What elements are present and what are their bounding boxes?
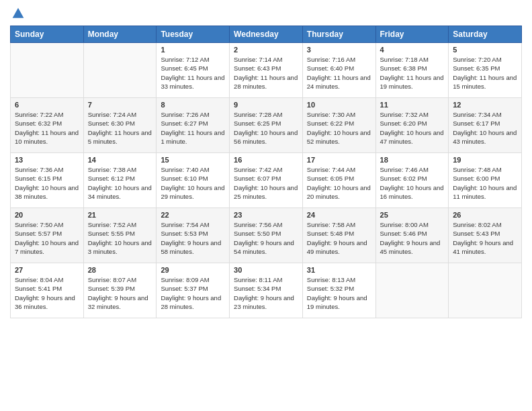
calendar-cell: 28Sunrise: 8:07 AM Sunset: 5:39 PM Dayli… bbox=[83, 263, 157, 318]
calendar-cell: 18Sunrise: 7:46 AM Sunset: 6:02 PM Dayli… bbox=[375, 153, 449, 208]
calendar-cell: 22Sunrise: 7:54 AM Sunset: 5:53 PM Dayli… bbox=[157, 208, 230, 263]
day-info: Sunrise: 7:34 AM Sunset: 6:17 PM Dayligh… bbox=[453, 110, 517, 146]
day-number: 29 bbox=[161, 266, 225, 274]
day-info: Sunrise: 8:00 AM Sunset: 5:46 PM Dayligh… bbox=[380, 220, 445, 256]
calendar-cell: 31Sunrise: 8:13 AM Sunset: 5:32 PM Dayli… bbox=[302, 263, 375, 318]
calendar-week-row-5: 27Sunrise: 8:04 AM Sunset: 5:41 PM Dayli… bbox=[11, 263, 522, 318]
calendar-cell bbox=[449, 263, 522, 318]
calendar-cell: 12Sunrise: 7:34 AM Sunset: 6:17 PM Dayli… bbox=[449, 98, 522, 153]
day-number: 6 bbox=[15, 101, 79, 109]
day-number: 11 bbox=[380, 101, 445, 109]
calendar-cell bbox=[11, 43, 84, 98]
day-number: 22 bbox=[161, 211, 225, 219]
calendar-cell: 13Sunrise: 7:36 AM Sunset: 6:15 PM Dayli… bbox=[11, 153, 84, 208]
day-number: 2 bbox=[234, 46, 298, 54]
day-info: Sunrise: 7:28 AM Sunset: 6:25 PM Dayligh… bbox=[234, 110, 298, 146]
calendar-cell bbox=[375, 263, 449, 318]
calendar-cell: 11Sunrise: 7:32 AM Sunset: 6:20 PM Dayli… bbox=[375, 98, 449, 153]
day-info: Sunrise: 8:11 AM Sunset: 5:34 PM Dayligh… bbox=[234, 275, 298, 311]
calendar-cell: 7Sunrise: 7:24 AM Sunset: 6:30 PM Daylig… bbox=[83, 98, 157, 153]
day-info: Sunrise: 7:40 AM Sunset: 6:10 PM Dayligh… bbox=[161, 165, 225, 201]
day-number: 9 bbox=[234, 101, 298, 109]
calendar-cell: 4Sunrise: 7:18 AM Sunset: 6:38 PM Daylig… bbox=[375, 43, 449, 98]
calendar-cell: 14Sunrise: 7:38 AM Sunset: 6:12 PM Dayli… bbox=[83, 153, 157, 208]
day-info: Sunrise: 7:30 AM Sunset: 6:22 PM Dayligh… bbox=[307, 110, 371, 146]
day-number: 23 bbox=[234, 211, 298, 219]
day-number: 12 bbox=[453, 101, 517, 109]
calendar-cell: 23Sunrise: 7:56 AM Sunset: 5:50 PM Dayli… bbox=[230, 208, 303, 263]
weekday-header-saturday: Saturday bbox=[449, 26, 522, 43]
day-number: 3 bbox=[307, 46, 371, 54]
day-number: 14 bbox=[88, 156, 152, 164]
weekday-header-wednesday: Wednesday bbox=[230, 26, 303, 43]
calendar-cell: 2Sunrise: 7:14 AM Sunset: 6:43 PM Daylig… bbox=[230, 43, 303, 98]
day-info: Sunrise: 7:22 AM Sunset: 6:32 PM Dayligh… bbox=[15, 110, 79, 146]
day-number: 8 bbox=[161, 101, 225, 109]
calendar-week-row-1: 1Sunrise: 7:12 AM Sunset: 6:45 PM Daylig… bbox=[11, 43, 522, 98]
day-info: Sunrise: 7:56 AM Sunset: 5:50 PM Dayligh… bbox=[234, 220, 298, 256]
day-info: Sunrise: 8:09 AM Sunset: 5:37 PM Dayligh… bbox=[161, 275, 225, 311]
day-info: Sunrise: 8:07 AM Sunset: 5:39 PM Dayligh… bbox=[88, 275, 152, 311]
day-info: Sunrise: 7:38 AM Sunset: 6:12 PM Dayligh… bbox=[88, 165, 152, 201]
calendar-cell: 8Sunrise: 7:26 AM Sunset: 6:27 PM Daylig… bbox=[157, 98, 230, 153]
calendar-cell: 16Sunrise: 7:42 AM Sunset: 6:07 PM Dayli… bbox=[230, 153, 303, 208]
weekday-header-thursday: Thursday bbox=[302, 26, 375, 43]
calendar-cell: 30Sunrise: 8:11 AM Sunset: 5:34 PM Dayli… bbox=[230, 263, 303, 318]
day-number: 30 bbox=[234, 266, 298, 274]
calendar-cell: 10Sunrise: 7:30 AM Sunset: 6:22 PM Dayli… bbox=[302, 98, 375, 153]
calendar-cell: 29Sunrise: 8:09 AM Sunset: 5:37 PM Dayli… bbox=[157, 263, 230, 318]
day-number: 16 bbox=[234, 156, 298, 164]
calendar-week-row-2: 6Sunrise: 7:22 AM Sunset: 6:32 PM Daylig… bbox=[11, 98, 522, 153]
svg-marker-0 bbox=[13, 8, 24, 18]
day-info: Sunrise: 8:13 AM Sunset: 5:32 PM Dayligh… bbox=[307, 275, 371, 311]
weekday-header-sunday: Sunday bbox=[11, 26, 84, 43]
day-info: Sunrise: 8:02 AM Sunset: 5:43 PM Dayligh… bbox=[453, 220, 517, 256]
day-number: 15 bbox=[161, 156, 225, 164]
day-info: Sunrise: 7:14 AM Sunset: 6:43 PM Dayligh… bbox=[234, 55, 298, 91]
day-info: Sunrise: 7:48 AM Sunset: 6:00 PM Dayligh… bbox=[453, 165, 517, 201]
day-info: Sunrise: 8:04 AM Sunset: 5:41 PM Dayligh… bbox=[15, 275, 79, 311]
day-number: 24 bbox=[307, 211, 371, 219]
day-number: 7 bbox=[88, 101, 152, 109]
weekday-header-row: SundayMondayTuesdayWednesdayThursdayFrid… bbox=[11, 26, 522, 43]
calendar-cell: 1Sunrise: 7:12 AM Sunset: 6:45 PM Daylig… bbox=[157, 43, 230, 98]
day-info: Sunrise: 7:44 AM Sunset: 6:05 PM Dayligh… bbox=[307, 165, 371, 201]
calendar-page: SundayMondayTuesdayWednesdayThursdayFrid… bbox=[0, 0, 532, 411]
calendar-week-row-3: 13Sunrise: 7:36 AM Sunset: 6:15 PM Dayli… bbox=[11, 153, 522, 208]
calendar-table: SundayMondayTuesdayWednesdayThursdayFrid… bbox=[10, 26, 522, 318]
day-number: 10 bbox=[307, 101, 371, 109]
day-number: 18 bbox=[380, 156, 445, 164]
weekday-header-monday: Monday bbox=[83, 26, 157, 43]
calendar-cell: 19Sunrise: 7:48 AM Sunset: 6:00 PM Dayli… bbox=[449, 153, 522, 208]
day-number: 27 bbox=[15, 266, 79, 274]
logo-icon bbox=[11, 7, 25, 20]
day-number: 19 bbox=[453, 156, 517, 164]
weekday-header-tuesday: Tuesday bbox=[157, 26, 230, 43]
day-info: Sunrise: 7:58 AM Sunset: 5:48 PM Dayligh… bbox=[307, 220, 371, 256]
day-info: Sunrise: 7:42 AM Sunset: 6:07 PM Dayligh… bbox=[234, 165, 298, 201]
day-info: Sunrise: 7:54 AM Sunset: 5:53 PM Dayligh… bbox=[161, 220, 225, 256]
calendar-cell: 20Sunrise: 7:50 AM Sunset: 5:57 PM Dayli… bbox=[11, 208, 84, 263]
day-info: Sunrise: 7:18 AM Sunset: 6:38 PM Dayligh… bbox=[380, 55, 445, 91]
calendar-week-row-4: 20Sunrise: 7:50 AM Sunset: 5:57 PM Dayli… bbox=[11, 208, 522, 263]
day-info: Sunrise: 7:36 AM Sunset: 6:15 PM Dayligh… bbox=[15, 165, 79, 201]
day-info: Sunrise: 7:46 AM Sunset: 6:02 PM Dayligh… bbox=[380, 165, 445, 201]
calendar-cell: 9Sunrise: 7:28 AM Sunset: 6:25 PM Daylig… bbox=[230, 98, 303, 153]
day-number: 1 bbox=[161, 46, 225, 54]
logo bbox=[10, 7, 25, 20]
weekday-header-friday: Friday bbox=[375, 26, 449, 43]
day-number: 28 bbox=[88, 266, 152, 274]
day-number: 5 bbox=[453, 46, 517, 54]
day-number: 21 bbox=[88, 211, 152, 219]
day-info: Sunrise: 7:52 AM Sunset: 5:55 PM Dayligh… bbox=[88, 220, 152, 256]
calendar-cell: 15Sunrise: 7:40 AM Sunset: 6:10 PM Dayli… bbox=[157, 153, 230, 208]
calendar-cell: 25Sunrise: 8:00 AM Sunset: 5:46 PM Dayli… bbox=[375, 208, 449, 263]
day-info: Sunrise: 7:26 AM Sunset: 6:27 PM Dayligh… bbox=[161, 110, 225, 146]
day-info: Sunrise: 7:20 AM Sunset: 6:35 PM Dayligh… bbox=[453, 55, 517, 91]
day-number: 4 bbox=[380, 46, 445, 54]
day-info: Sunrise: 7:24 AM Sunset: 6:30 PM Dayligh… bbox=[88, 110, 152, 146]
calendar-cell: 27Sunrise: 8:04 AM Sunset: 5:41 PM Dayli… bbox=[11, 263, 84, 318]
calendar-cell: 24Sunrise: 7:58 AM Sunset: 5:48 PM Dayli… bbox=[302, 208, 375, 263]
day-number: 26 bbox=[453, 211, 517, 219]
calendar-cell bbox=[83, 43, 157, 98]
